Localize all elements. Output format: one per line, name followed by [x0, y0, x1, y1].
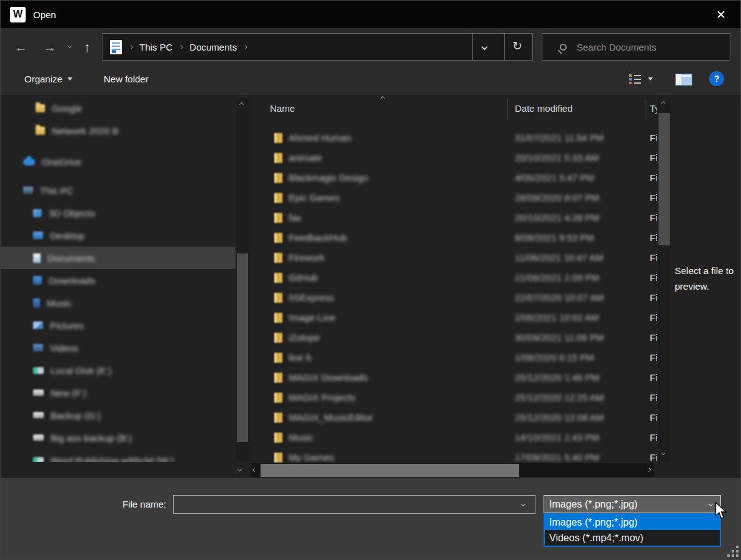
sidebar-item-3d-objects[interactable]: 3D Objects: [1, 202, 236, 224]
file-name: GitHub: [289, 272, 318, 283]
sidebar-item-google[interactable]: Google: [1, 97, 236, 119]
file-row[interactable]: Blackmagic Design4/05/2021 5:47 PMFile f…: [251, 168, 657, 188]
sidebar-scroll-down-icon[interactable]: [237, 467, 242, 471]
horizontal-scrollbar[interactable]: [251, 463, 654, 478]
sidebar-item-pictures[interactable]: Pictures: [1, 314, 236, 336]
file-row[interactable]: Music14/10/2021 1:43 PMFile folder: [251, 428, 657, 448]
file-row[interactable]: MAGIX Projects25/12/2020 12:25 AMFile fo…: [251, 388, 657, 408]
sidebar-item-new-f-[interactable]: New (F:): [1, 381, 236, 404]
file-row[interactable]: MAGIX_MusicEditor25/12/2020 12:08 AMFile…: [251, 408, 657, 428]
drive-green-icon: [33, 367, 44, 374]
recent-locations-chevron-icon[interactable]: [67, 44, 72, 48]
file-row[interactable]: fax20/10/2021 4:28 PMFile folder: [251, 208, 657, 228]
sidebar-scrollbar-thumb[interactable]: [237, 253, 248, 442]
sidebar-item-label: New (F:): [51, 388, 87, 398]
scroll-right-icon[interactable]: [647, 468, 651, 472]
column-header-type[interactable]: Type: [650, 103, 657, 114]
file-row[interactable]: iZotope30/09/2021 11:09 PMFile folder: [251, 328, 657, 348]
file-date-modified: 1/09/2020 6:15 PM: [515, 352, 594, 363]
help-button[interactable]: ?: [709, 71, 724, 86]
file-row[interactable]: FeedbackHub8/09/2021 9:53 PMFile folder: [251, 228, 657, 248]
file-type-select[interactable]: Images (*.png;*.jpg): [544, 495, 721, 513]
sidebar-item-label: 3D Objects: [49, 208, 95, 219]
back-button[interactable]: ←: [14, 39, 27, 56]
file-row[interactable]: IISExpress22/07/2020 10:07 AMFile folder: [251, 288, 657, 308]
sidebar-item-onedrive[interactable]: OneDrive: [1, 150, 236, 173]
sidebar-item-network-2020-b[interactable]: Network 2020 B: [1, 119, 236, 142]
documents-icon: [33, 253, 41, 263]
caret-down-icon: [67, 77, 72, 81]
folder-icon: [274, 433, 282, 443]
up-button[interactable]: ↑: [84, 39, 91, 56]
search-input[interactable]: [577, 42, 730, 52]
refresh-icon[interactable]: ↻: [512, 39, 522, 53]
file-row[interactable]: MAGIX Downloads25/12/2020 1:46 PMFile fo…: [251, 368, 657, 388]
folder-icon: [274, 333, 282, 343]
close-button[interactable]: ✕: [712, 6, 730, 23]
horizontal-scrollbar-thumb[interactable]: [261, 464, 519, 477]
new-folder-button[interactable]: New folder: [104, 74, 149, 84]
file-name: FeedbackHub: [289, 232, 347, 243]
file-date-modified: 31/07/2021 11:54 PM: [515, 132, 604, 143]
breadcrumb-chevron-icon: [243, 44, 247, 49]
sidebar-item-label: Network 2020 B: [52, 125, 119, 136]
sidebar-item-backup-g-[interactable]: Backup (G:): [1, 404, 236, 426]
file-row[interactable]: My Games17/09/2021 5:40 PMFile folder: [251, 448, 657, 463]
file-type-option[interactable]: Images (*.png;*.jpg): [545, 514, 720, 530]
file-date-modified: 28/09/2020 8:07 PM: [515, 192, 599, 203]
file-row[interactable]: line 61/09/2020 6:15 PMFile folder: [251, 348, 657, 368]
file-name-input[interactable]: [173, 495, 535, 514]
breadcrumb-documents[interactable]: Documents: [186, 42, 241, 52]
file-type: File folder: [650, 312, 657, 323]
file-row[interactable]: Epic Games28/09/2020 8:07 PMFile folder: [251, 188, 657, 208]
column-header-name[interactable]: Name: [270, 103, 295, 114]
column-divider[interactable]: [507, 99, 508, 120]
folder-icon: [274, 173, 282, 183]
column-divider[interactable]: [645, 99, 645, 120]
file-row[interactable]: animate20/10/2021 5:33 AMFile folder: [251, 148, 657, 168]
sidebar-item-big-ass-backup-b-[interactable]: Big ass backup (B:): [1, 426, 236, 449]
scroll-up-icon[interactable]: [239, 102, 244, 107]
sidebar-item-documents[interactable]: Documents: [1, 247, 236, 269]
view-mode-button[interactable]: [629, 74, 653, 84]
address-bar[interactable]: This PC Documents ↻: [102, 33, 533, 61]
sidebar-item-music[interactable]: Music: [1, 292, 236, 314]
file-type-dropdown-list: Images (*.png;*.jpg)Videos (*.mp4;*.mov): [544, 513, 721, 547]
preview-pane-icon: [675, 74, 692, 86]
sidebar-item-word-publishing-w99y3d-w-[interactable]: Word Publishing w99y3d (W:): [1, 449, 236, 462]
sidebar-item-label: Music: [47, 298, 71, 308]
file-row[interactable]: Ahmed Human31/07/2021 11:54 PMFile folde…: [251, 128, 657, 148]
file-row[interactable]: GitHub21/06/2021 1:09 PMFile folder: [251, 268, 657, 288]
sort-ascending-icon: [380, 96, 385, 101]
sidebar-item-desktop[interactable]: Desktop: [1, 224, 236, 247]
file-list-scrollbar-thumb[interactable]: [659, 113, 670, 245]
scroll-left-icon[interactable]: [252, 468, 257, 472]
scroll-down-icon[interactable]: [661, 451, 665, 455]
address-divider: [504, 34, 505, 60]
sidebar-item-label: Downloads: [49, 275, 95, 286]
file-row[interactable]: Firework11/06/2021 10:47 AMFile folder: [251, 248, 657, 268]
preview-pane-button[interactable]: [675, 74, 692, 86]
resize-grip[interactable]: [727, 546, 739, 557]
address-dropdown-chevron-icon[interactable]: [482, 44, 488, 51]
scroll-up-icon[interactable]: [661, 101, 665, 106]
drive-green-icon: [33, 457, 44, 463]
forward-button[interactable]: →: [43, 39, 56, 56]
sidebar-item-videos[interactable]: Videos: [1, 336, 236, 359]
file-type-option[interactable]: Videos (*.mp4;*.mov): [545, 530, 720, 546]
sidebar-scrollbar[interactable]: [236, 97, 249, 462]
file-row[interactable]: Image-Line2/05/2021 10:02 AMFile folder: [251, 308, 657, 328]
breadcrumb-this-pc[interactable]: This PC: [136, 42, 176, 52]
sidebar-item-downloads[interactable]: Downloads: [1, 269, 236, 292]
sidebar-item-local-disk-e-[interactable]: Local Disk (E:): [1, 359, 236, 381]
file-list-scrollbar[interactable]: [658, 97, 670, 462]
column-header-date-modified[interactable]: Date modified: [515, 103, 573, 114]
file-type: File folder: [650, 132, 657, 143]
file-type: File folder: [650, 392, 657, 403]
organize-button[interactable]: Organize: [24, 74, 72, 84]
file-date-modified: 22/07/2020 10:07 AM: [515, 292, 604, 303]
sidebar-item-label: Word Publishing w99y3d (W:): [51, 455, 174, 463]
sidebar-item-this-pc[interactable]: This PC: [1, 179, 236, 202]
file-type: File folder: [650, 272, 657, 283]
mouse-cursor: [715, 502, 729, 521]
